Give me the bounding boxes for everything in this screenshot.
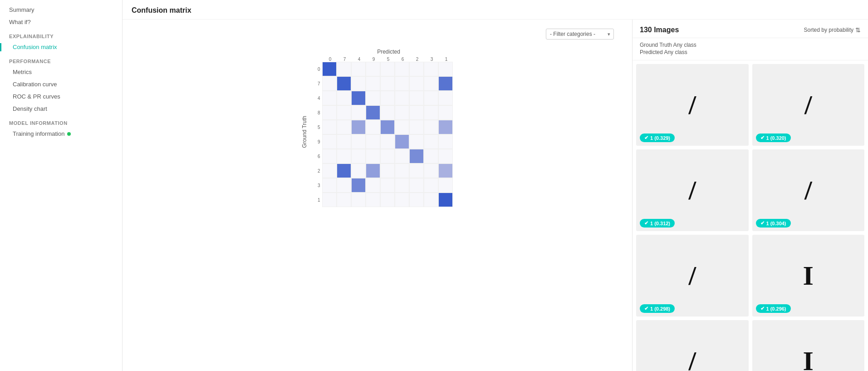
matrix-cell[interactable]	[438, 134, 453, 149]
sidebar-item-confusion-matrix[interactable]: Confusion matrix	[0, 41, 122, 53]
matrix-cell[interactable]	[366, 91, 380, 105]
matrix-cell[interactable]	[366, 193, 380, 207]
images-grid-container[interactable]: /✔1 (0.329)/✔1 (0.320)/✔1 (0.312)/✔1 (0.…	[633, 60, 868, 371]
matrix-cell[interactable]	[337, 62, 351, 76]
filter-categories-select[interactable]: - Filter categories -	[546, 29, 614, 40]
matrix-cell[interactable]	[337, 134, 351, 149]
matrix-cell[interactable]	[380, 62, 395, 76]
sidebar-item-calibration-curve[interactable]: Calibration curve	[0, 78, 122, 90]
matrix-cell[interactable]	[424, 120, 438, 134]
matrix-cell[interactable]	[438, 149, 453, 163]
matrix-cell[interactable]	[438, 76, 453, 91]
matrix-cell[interactable]	[409, 149, 424, 163]
image-card[interactable]: /✔1 (0.298)	[636, 235, 749, 317]
matrix-cell[interactable]	[438, 193, 453, 207]
matrix-cell[interactable]	[322, 134, 337, 149]
matrix-cell[interactable]	[409, 120, 424, 134]
sidebar-item-what-if[interactable]: What if?	[0, 16, 122, 28]
matrix-cell[interactable]	[395, 193, 409, 207]
matrix-cell[interactable]	[395, 149, 409, 163]
matrix-cell[interactable]	[438, 178, 453, 193]
matrix-cell[interactable]	[322, 149, 337, 163]
matrix-cell[interactable]	[322, 76, 337, 91]
matrix-cell[interactable]	[409, 76, 424, 91]
matrix-cell[interactable]	[351, 120, 366, 134]
image-card[interactable]: /✔1 (0.304)	[752, 149, 865, 231]
matrix-cell[interactable]	[380, 163, 395, 178]
matrix-cell[interactable]	[322, 120, 337, 134]
filter-wrap[interactable]: - Filter categories -	[546, 29, 614, 40]
matrix-cell[interactable]	[337, 91, 351, 105]
matrix-cell[interactable]	[424, 62, 438, 76]
matrix-cell[interactable]	[395, 178, 409, 193]
matrix-cell[interactable]	[395, 62, 409, 76]
matrix-cell[interactable]	[438, 105, 453, 120]
matrix-cell[interactable]	[424, 76, 438, 91]
matrix-cell[interactable]	[351, 149, 366, 163]
matrix-cell[interactable]	[366, 149, 380, 163]
sidebar-item-roc-pr-curves[interactable]: ROC & PR curves	[0, 90, 122, 103]
image-card[interactable]: I✔1 (0.280)	[752, 320, 865, 371]
matrix-cell[interactable]	[337, 163, 351, 178]
matrix-cell[interactable]	[409, 178, 424, 193]
matrix-cell[interactable]	[409, 91, 424, 105]
matrix-cell[interactable]	[322, 105, 337, 120]
matrix-cell[interactable]	[438, 163, 453, 178]
matrix-cell[interactable]	[322, 178, 337, 193]
matrix-cell[interactable]	[380, 120, 395, 134]
matrix-cell[interactable]	[438, 91, 453, 105]
matrix-cell[interactable]	[337, 120, 351, 134]
matrix-cell[interactable]	[438, 120, 453, 134]
matrix-cell[interactable]	[351, 193, 366, 207]
matrix-cell[interactable]	[409, 105, 424, 120]
matrix-cell[interactable]	[409, 193, 424, 207]
matrix-cell[interactable]	[409, 62, 424, 76]
matrix-cell[interactable]	[380, 134, 395, 149]
matrix-cell[interactable]	[366, 163, 380, 178]
matrix-cell[interactable]	[351, 163, 366, 178]
matrix-cell[interactable]	[351, 76, 366, 91]
matrix-cell[interactable]	[395, 120, 409, 134]
matrix-cell[interactable]	[322, 62, 337, 76]
matrix-cell[interactable]	[366, 62, 380, 76]
matrix-cell[interactable]	[337, 178, 351, 193]
matrix-cell[interactable]	[366, 178, 380, 193]
matrix-cell[interactable]	[351, 178, 366, 193]
matrix-cell[interactable]	[380, 193, 395, 207]
matrix-cell[interactable]	[424, 91, 438, 105]
image-card[interactable]: /✔1 (0.312)	[636, 149, 749, 231]
matrix-cell[interactable]	[351, 105, 366, 120]
matrix-cell[interactable]	[366, 105, 380, 120]
matrix-cell[interactable]	[351, 91, 366, 105]
matrix-cell[interactable]	[409, 134, 424, 149]
matrix-cell[interactable]	[395, 134, 409, 149]
matrix-cell[interactable]	[409, 163, 424, 178]
sidebar-item-summary[interactable]: Summary	[0, 4, 122, 16]
matrix-cell[interactable]	[438, 62, 453, 76]
matrix-cell[interactable]	[366, 120, 380, 134]
sidebar-item-density-chart[interactable]: Density chart	[0, 103, 122, 115]
matrix-cell[interactable]	[424, 149, 438, 163]
matrix-cell[interactable]	[395, 76, 409, 91]
sidebar-item-metrics[interactable]: Metrics	[0, 66, 122, 78]
matrix-cell[interactable]	[322, 163, 337, 178]
matrix-cell[interactable]	[380, 178, 395, 193]
sidebar-item-training-information[interactable]: Training information	[0, 128, 122, 140]
matrix-cell[interactable]	[322, 193, 337, 207]
matrix-cell[interactable]	[395, 105, 409, 120]
matrix-cell[interactable]	[424, 105, 438, 120]
matrix-cell[interactable]	[366, 134, 380, 149]
matrix-cell[interactable]	[380, 105, 395, 120]
image-card[interactable]: I✔1 (0.296)	[752, 235, 865, 317]
matrix-cell[interactable]	[395, 91, 409, 105]
matrix-cell[interactable]	[351, 134, 366, 149]
matrix-cell[interactable]	[424, 178, 438, 193]
matrix-cell[interactable]	[424, 193, 438, 207]
matrix-cell[interactable]	[322, 91, 337, 105]
matrix-cell[interactable]	[424, 163, 438, 178]
matrix-cell[interactable]	[351, 62, 366, 76]
matrix-cell[interactable]	[337, 76, 351, 91]
matrix-cell[interactable]	[380, 76, 395, 91]
image-card[interactable]: /✔1 (0.329)	[636, 64, 749, 146]
image-card[interactable]: /✔1 (0.320)	[752, 64, 865, 146]
